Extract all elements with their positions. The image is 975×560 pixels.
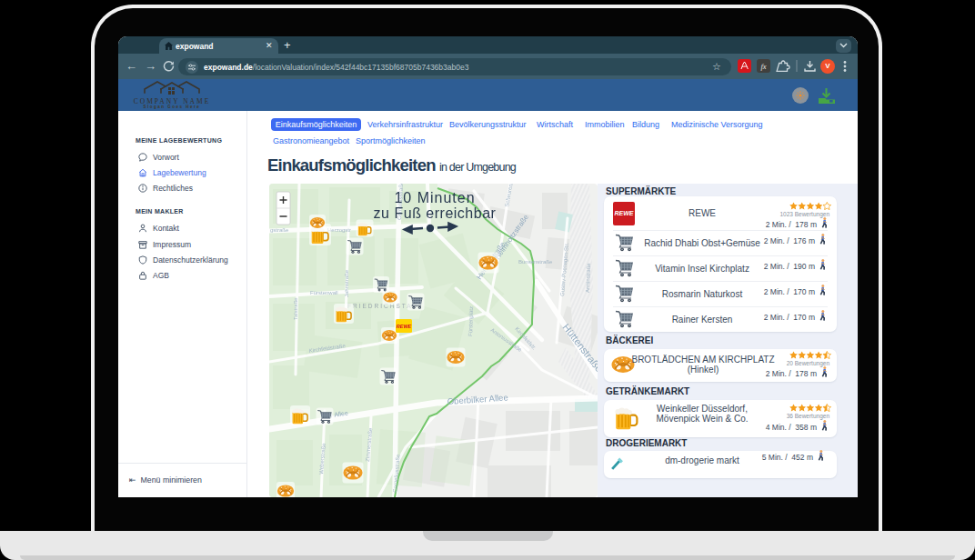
svg-text:Jahnstraße: Jahnstraße (344, 269, 349, 297)
svg-text:Fürstenplatz: Fürstenplatz (467, 306, 474, 336)
svg-text:gstraße: gstraße (270, 227, 289, 233)
svg-text:fx: fx (760, 62, 766, 71)
svg-text:Arminstraße: Arminstraße (585, 263, 591, 294)
svg-text:REWE: REWE (397, 324, 412, 329)
svg-text:zu Fuß erreichbar: zu Fuß erreichbar (374, 205, 497, 221)
svg-text:Bunsenstraße: Bunsenstraße (518, 259, 553, 265)
svg-text:10 Minuten: 10 Minuten (394, 190, 475, 205)
svg-text:Fürstenwall: Fürstenwall (310, 290, 338, 295)
svg-text:Talstraße: Talstraße (293, 297, 298, 320)
